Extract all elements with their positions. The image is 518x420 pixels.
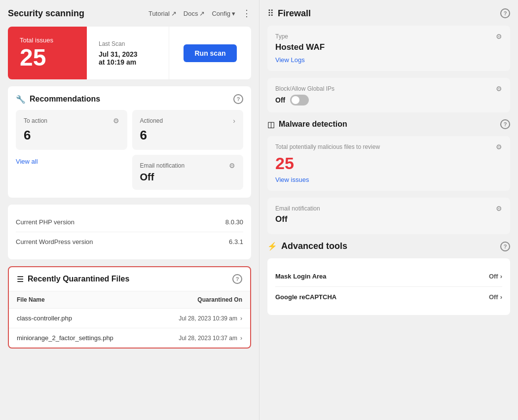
mask-login-value: Off ›	[489, 273, 502, 280]
mask-login-chevron-icon: ›	[500, 273, 502, 280]
block-allow-toggle[interactable]	[290, 95, 309, 105]
quarantined-title-row: ☰ Recently Quarantined Files	[17, 275, 129, 284]
table-row[interactable]: miniorange_2_factor_settings.php Jul 28,…	[9, 328, 250, 348]
quarantined-help-icon[interactable]: ?	[232, 274, 242, 284]
advanced-tools-title-group: ⚡ Advanced tools	[267, 241, 347, 251]
total-issues-box: Total issues 25	[8, 27, 87, 79]
php-version-row: Current PHP version 8.0.30	[16, 212, 243, 232]
docs-link[interactable]: Docs ↗	[184, 10, 205, 17]
col-date-header: Quarantined On	[197, 296, 242, 303]
advanced-tools-card: Mask Login Area Off › Google reCAPTCHA O…	[267, 258, 510, 315]
recommendations-title: Recommendations	[30, 95, 100, 104]
run-scan-box: Run scan	[169, 27, 251, 79]
more-options-button[interactable]: ⋮	[242, 8, 251, 19]
quarantined-section: ☰ Recently Quarantined Files ? File Name…	[8, 266, 251, 349]
email-notification-label-row: Email notification ⚙	[140, 162, 236, 170]
tutorial-link[interactable]: Tutorial ↗	[148, 10, 177, 17]
view-issues-link[interactable]: View issues	[275, 176, 309, 183]
row-chevron-icon-2: ›	[240, 335, 242, 342]
quarantined-header: ☰ Recently Quarantined Files ?	[9, 267, 250, 291]
security-scanning-header: Security scanning Tutorial ↗ Docs ↗ Conf…	[8, 8, 251, 19]
last-scan-label: Last Scan	[99, 40, 157, 47]
chevron-down-icon: ▾	[232, 10, 235, 17]
recommendations-help-icon[interactable]: ?	[233, 94, 243, 104]
rec-left: To action ⚙ 6 View all	[16, 110, 127, 190]
firewall-type-card: Type ⚙ Hosted WAF View Logs	[267, 26, 510, 71]
malware-count: 25	[275, 154, 502, 173]
wp-label: Current WordPress version	[16, 238, 93, 245]
block-allow-toggle-row: Off	[275, 95, 502, 105]
malware-email-label-row: Email notification ⚙	[275, 205, 502, 212]
wp-version-row: Current WordPress version 6.3.1	[16, 232, 243, 251]
layers-icon: ◫	[267, 120, 275, 129]
malware-email-card: Email notification ⚙ Off	[267, 198, 510, 234]
view-all-link[interactable]: View all	[16, 158, 127, 165]
malware-files-label-row: Total potentially malicious files to rev…	[275, 143, 502, 151]
run-scan-button[interactable]: Run scan	[184, 44, 236, 62]
firewall-title-group: ⠿ Firewall	[267, 8, 311, 19]
total-issues-label: Total issues	[20, 36, 75, 44]
malware-email-gear-icon[interactable]: ⚙	[496, 205, 502, 212]
recaptcha-value: Off ›	[489, 293, 502, 301]
config-link[interactable]: Config ▾	[212, 10, 235, 17]
left-panel: Security scanning Tutorial ↗ Docs ↗ Conf…	[0, 0, 259, 420]
wrench-icon: 🔧	[16, 95, 26, 104]
recommendations-header: 🔧 Recommendations ?	[16, 94, 243, 104]
malware-title: Malware detection	[279, 120, 347, 129]
malware-files-card: Total potentially malicious files to rev…	[267, 136, 510, 191]
firewall-type-value: Hosted WAF	[275, 42, 502, 52]
firewall-title: Firewall	[278, 8, 311, 19]
right-panel: ⠿ Firewall ? Type ⚙ Hosted WAF View Logs…	[259, 0, 518, 420]
email-gear-icon[interactable]: ⚙	[229, 162, 235, 170]
recommendations-grid: To action ⚙ 6 View all Actioned › 6	[16, 110, 243, 190]
top-stats-card: Total issues 25 Last Scan Jul 31, 2023 a…	[8, 27, 251, 79]
actioned-number: 6	[140, 128, 236, 143]
firewall-type-gear-icon[interactable]: ⚙	[496, 33, 502, 40]
mask-login-label: Mask Login Area	[275, 273, 327, 280]
advanced-tools-help-icon[interactable]: ?	[500, 242, 510, 251]
malware-gear-icon[interactable]: ⚙	[496, 143, 502, 151]
malware-header: ◫ Malware detection ?	[267, 119, 510, 129]
advanced-tools-header: ⚡ Advanced tools ?	[267, 241, 510, 251]
quarantined-title: Recently Quarantined Files	[28, 275, 129, 283]
rec-right: Actioned › 6 Email notification ⚙ Off	[132, 110, 244, 190]
firewall-type-label-row: Type ⚙	[275, 33, 502, 40]
mask-login-row[interactable]: Mask Login Area Off ›	[275, 266, 502, 287]
malware-help-icon[interactable]: ?	[500, 119, 510, 129]
rec-title-row: 🔧 Recommendations	[16, 95, 100, 104]
firewall-header: ⠿ Firewall ?	[267, 8, 510, 19]
quarantined-table-header: File Name Quarantined On	[9, 291, 250, 309]
file-name-2: miniorange_2_factor_settings.php	[17, 334, 113, 342]
security-scanning-title: Security scanning	[8, 8, 84, 19]
total-issues-number: 25	[20, 46, 75, 70]
external-link-icon-2: ↗	[199, 10, 205, 17]
recommendations-card: 🔧 Recommendations ? To action ⚙ 6 View a…	[8, 86, 251, 198]
recaptcha-chevron-icon: ›	[500, 293, 502, 301]
last-scan-time: at 10:19 am	[99, 58, 157, 66]
firewall-help-icon[interactable]: ?	[500, 8, 510, 18]
block-allow-gear-icon[interactable]: ⚙	[496, 85, 502, 93]
actioned-chevron-icon[interactable]: ›	[233, 117, 235, 125]
to-action-number: 6	[24, 128, 119, 143]
php-label: Current PHP version	[16, 218, 74, 226]
block-allow-card: Block/Allow Global IPs ⚙ Off	[267, 78, 510, 112]
view-logs-link[interactable]: View Logs	[275, 56, 305, 64]
table-row[interactable]: class-controller.php Jul 28, 2023 10:39 …	[9, 309, 250, 328]
external-link-icon: ↗	[171, 10, 177, 17]
recaptcha-row[interactable]: Google reCAPTCHA Off ›	[275, 287, 502, 307]
row-chevron-icon-1: ›	[240, 315, 242, 322]
to-action-card: To action ⚙ 6	[16, 110, 127, 150]
advanced-tools-icon: ⚡	[267, 242, 277, 251]
recaptcha-label: Google reCAPTCHA	[275, 293, 336, 301]
firewall-icon: ⠿	[267, 8, 274, 19]
versions-card: Current PHP version 8.0.30 Current WordP…	[8, 205, 251, 259]
block-allow-status: Off	[275, 96, 285, 104]
file-name-1: class-controller.php	[17, 315, 72, 322]
actioned-label-row: Actioned ›	[140, 117, 236, 125]
to-action-label-row: To action ⚙	[24, 117, 119, 125]
list-icon: ☰	[17, 275, 24, 284]
to-action-gear-icon[interactable]: ⚙	[113, 117, 119, 125]
file-date-1: Jul 28, 2023 10:39 am ›	[179, 315, 242, 322]
col-filename-header: File Name	[17, 296, 45, 303]
block-allow-label-row: Block/Allow Global IPs ⚙	[275, 85, 502, 93]
